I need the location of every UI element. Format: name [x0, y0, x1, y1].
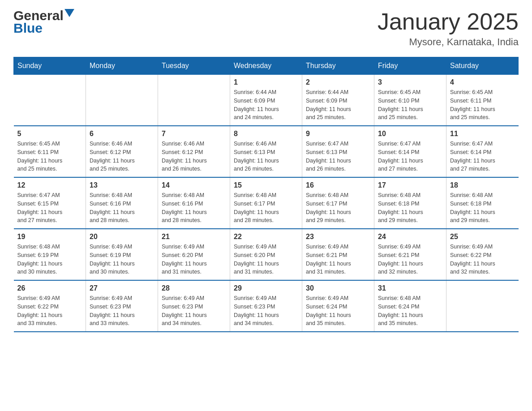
- day-number: 25: [450, 233, 515, 241]
- calendar-cell: 18Sunrise: 6:48 AMSunset: 6:18 PMDayligh…: [446, 177, 519, 229]
- week-row-3: 12Sunrise: 6:47 AMSunset: 6:15 PMDayligh…: [14, 177, 519, 229]
- day-number: 16: [306, 181, 370, 189]
- day-number: 17: [378, 181, 442, 189]
- calendar-cell: 1Sunrise: 6:44 AMSunset: 6:09 PMDaylight…: [230, 75, 302, 126]
- calendar-cell: 22Sunrise: 6:49 AMSunset: 6:20 PMDayligh…: [230, 229, 302, 280]
- day-number: 2: [306, 78, 370, 86]
- calendar-cell: 14Sunrise: 6:48 AMSunset: 6:16 PMDayligh…: [158, 177, 230, 229]
- calendar-cell: 19Sunrise: 6:48 AMSunset: 6:19 PMDayligh…: [14, 229, 86, 280]
- day-number: 29: [234, 284, 298, 292]
- day-number: 24: [378, 233, 442, 241]
- day-info: Sunrise: 6:49 AMSunset: 6:20 PMDaylight:…: [162, 243, 226, 276]
- day-number: 21: [162, 233, 226, 241]
- day-number: 13: [90, 181, 154, 189]
- calendar-cell: 10Sunrise: 6:47 AMSunset: 6:14 PMDayligh…: [374, 126, 446, 177]
- calendar-cell: 16Sunrise: 6:48 AMSunset: 6:17 PMDayligh…: [302, 177, 374, 229]
- col-wednesday: Wednesday: [230, 57, 302, 75]
- day-info: Sunrise: 6:48 AMSunset: 6:17 PMDaylight:…: [306, 191, 370, 225]
- day-info: Sunrise: 6:48 AMSunset: 6:17 PMDaylight:…: [234, 191, 298, 225]
- calendar-cell: 6Sunrise: 6:46 AMSunset: 6:12 PMDaylight…: [86, 126, 158, 177]
- calendar-cell: 5Sunrise: 6:45 AMSunset: 6:11 PMDaylight…: [14, 126, 86, 177]
- col-tuesday: Tuesday: [158, 57, 230, 75]
- day-info: Sunrise: 6:49 AMSunset: 6:20 PMDaylight:…: [234, 243, 298, 276]
- calendar-cell: 24Sunrise: 6:49 AMSunset: 6:21 PMDayligh…: [374, 229, 446, 280]
- day-number: 9: [306, 130, 370, 138]
- day-number: 5: [17, 130, 82, 138]
- day-info: Sunrise: 6:46 AMSunset: 6:13 PMDaylight:…: [234, 140, 298, 173]
- day-info: Sunrise: 6:49 AMSunset: 6:21 PMDaylight:…: [306, 243, 370, 276]
- day-info: Sunrise: 6:49 AMSunset: 6:24 PMDaylight:…: [306, 294, 370, 328]
- calendar-cell: 7Sunrise: 6:46 AMSunset: 6:12 PMDaylight…: [158, 126, 230, 177]
- calendar-table: Sunday Monday Tuesday Wednesday Thursday…: [13, 57, 519, 332]
- day-number: 15: [234, 181, 298, 189]
- calendar-cell: 28Sunrise: 6:49 AMSunset: 6:23 PMDayligh…: [158, 280, 230, 332]
- day-number: 31: [378, 284, 442, 292]
- calendar-cell: 8Sunrise: 6:46 AMSunset: 6:13 PMDaylight…: [230, 126, 302, 177]
- week-row-5: 26Sunrise: 6:49 AMSunset: 6:22 PMDayligh…: [14, 280, 519, 332]
- calendar-cell: [446, 280, 519, 332]
- calendar-cell: [14, 75, 86, 126]
- calendar-cell: 20Sunrise: 6:49 AMSunset: 6:19 PMDayligh…: [86, 229, 158, 280]
- calendar-cell: 27Sunrise: 6:49 AMSunset: 6:23 PMDayligh…: [86, 280, 158, 332]
- day-info: Sunrise: 6:45 AMSunset: 6:10 PMDaylight:…: [378, 88, 442, 122]
- day-number: 10: [378, 130, 442, 138]
- day-number: 30: [306, 284, 370, 292]
- logo-blue: Blue: [13, 21, 43, 36]
- day-info: Sunrise: 6:47 AMSunset: 6:13 PMDaylight:…: [306, 140, 370, 173]
- calendar-cell: 30Sunrise: 6:49 AMSunset: 6:24 PMDayligh…: [302, 280, 374, 332]
- calendar-cell: 2Sunrise: 6:44 AMSunset: 6:09 PMDaylight…: [302, 75, 374, 126]
- day-number: 18: [450, 181, 515, 189]
- day-number: 14: [162, 181, 226, 189]
- day-number: 28: [162, 284, 226, 292]
- day-number: 8: [234, 130, 298, 138]
- calendar-cell: 4Sunrise: 6:45 AMSunset: 6:11 PMDaylight…: [446, 75, 519, 126]
- col-friday: Friday: [374, 57, 446, 75]
- day-info: Sunrise: 6:49 AMSunset: 6:19 PMDaylight:…: [90, 243, 154, 276]
- day-number: 19: [17, 233, 82, 241]
- day-info: Sunrise: 6:49 AMSunset: 6:22 PMDaylight:…: [17, 294, 82, 328]
- day-info: Sunrise: 6:48 AMSunset: 6:24 PMDaylight:…: [378, 294, 442, 328]
- logo: General Blue: [13, 9, 74, 36]
- day-number: 11: [450, 130, 515, 138]
- location: Mysore, Karnataka, India: [378, 36, 519, 48]
- week-row-1: 1Sunrise: 6:44 AMSunset: 6:09 PMDaylight…: [14, 75, 519, 126]
- day-info: Sunrise: 6:48 AMSunset: 6:16 PMDaylight:…: [90, 191, 154, 225]
- calendar-cell: 26Sunrise: 6:49 AMSunset: 6:22 PMDayligh…: [14, 280, 86, 332]
- calendar-body: 1Sunrise: 6:44 AMSunset: 6:09 PMDaylight…: [14, 75, 519, 332]
- calendar-cell: 12Sunrise: 6:47 AMSunset: 6:15 PMDayligh…: [14, 177, 86, 229]
- calendar-cell: 25Sunrise: 6:49 AMSunset: 6:22 PMDayligh…: [446, 229, 519, 280]
- calendar-cell: 31Sunrise: 6:48 AMSunset: 6:24 PMDayligh…: [374, 280, 446, 332]
- day-info: Sunrise: 6:44 AMSunset: 6:09 PMDaylight:…: [306, 88, 370, 122]
- col-sunday: Sunday: [14, 57, 86, 75]
- day-info: Sunrise: 6:44 AMSunset: 6:09 PMDaylight:…: [234, 88, 298, 122]
- day-number: 26: [17, 284, 82, 292]
- day-info: Sunrise: 6:47 AMSunset: 6:14 PMDaylight:…: [450, 140, 515, 173]
- calendar-cell: 13Sunrise: 6:48 AMSunset: 6:16 PMDayligh…: [86, 177, 158, 229]
- day-number: 20: [90, 233, 154, 241]
- calendar-cell: 3Sunrise: 6:45 AMSunset: 6:10 PMDaylight…: [374, 75, 446, 126]
- day-info: Sunrise: 6:48 AMSunset: 6:18 PMDaylight:…: [378, 191, 442, 225]
- day-number: 1: [234, 78, 298, 86]
- day-info: Sunrise: 6:47 AMSunset: 6:15 PMDaylight:…: [17, 191, 82, 225]
- day-info: Sunrise: 6:49 AMSunset: 6:21 PMDaylight:…: [378, 243, 442, 276]
- calendar-cell: 15Sunrise: 6:48 AMSunset: 6:17 PMDayligh…: [230, 177, 302, 229]
- day-info: Sunrise: 6:47 AMSunset: 6:14 PMDaylight:…: [378, 140, 442, 173]
- month-title: January 2025: [378, 9, 519, 34]
- col-thursday: Thursday: [302, 57, 374, 75]
- calendar-cell: 23Sunrise: 6:49 AMSunset: 6:21 PMDayligh…: [302, 229, 374, 280]
- calendar-cell: 17Sunrise: 6:48 AMSunset: 6:18 PMDayligh…: [374, 177, 446, 229]
- col-saturday: Saturday: [446, 57, 519, 75]
- day-number: 12: [17, 181, 82, 189]
- week-row-2: 5Sunrise: 6:45 AMSunset: 6:11 PMDaylight…: [14, 126, 519, 177]
- day-number: 27: [90, 284, 154, 292]
- day-info: Sunrise: 6:45 AMSunset: 6:11 PMDaylight:…: [450, 88, 515, 122]
- day-info: Sunrise: 6:46 AMSunset: 6:12 PMDaylight:…: [162, 140, 226, 173]
- week-row-4: 19Sunrise: 6:48 AMSunset: 6:19 PMDayligh…: [14, 229, 519, 280]
- day-info: Sunrise: 6:48 AMSunset: 6:18 PMDaylight:…: [450, 191, 515, 225]
- calendar-header: Sunday Monday Tuesday Wednesday Thursday…: [14, 57, 519, 75]
- calendar-cell: 9Sunrise: 6:47 AMSunset: 6:13 PMDaylight…: [302, 126, 374, 177]
- day-number: 3: [378, 78, 442, 86]
- calendar-cell: 29Sunrise: 6:49 AMSunset: 6:23 PMDayligh…: [230, 280, 302, 332]
- day-info: Sunrise: 6:45 AMSunset: 6:11 PMDaylight:…: [17, 140, 82, 173]
- day-number: 4: [450, 78, 515, 86]
